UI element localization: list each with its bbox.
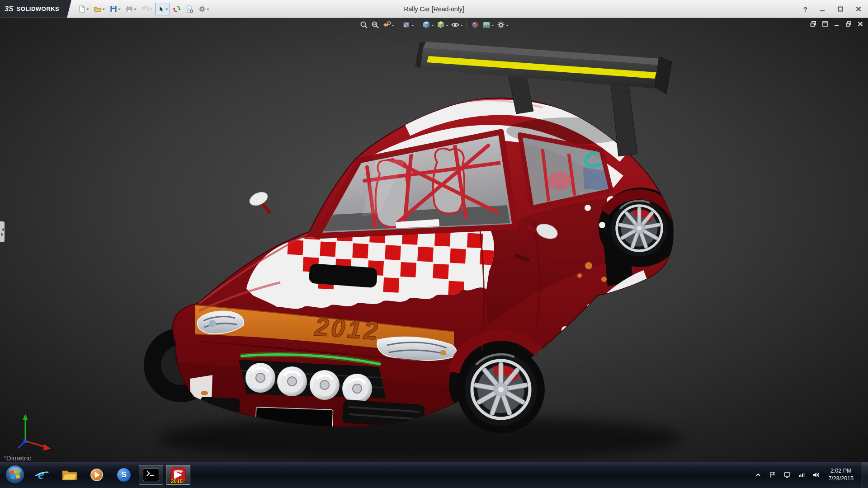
dropdown-caret[interactable] <box>165 9 168 11</box>
rebuild-button[interactable] <box>171 3 183 15</box>
flag-icon <box>769 471 776 479</box>
viewport-window-controls <box>810 21 863 27</box>
options-gear-icon <box>198 5 206 13</box>
apply-scene-button[interactable] <box>481 20 495 30</box>
3d-scene[interactable]: 2012 <box>0 18 868 462</box>
edit-appearance-button[interactable] <box>470 20 480 30</box>
close-icon <box>856 6 861 12</box>
skype-button[interactable]: S <box>112 465 136 485</box>
view-orientation-cube-icon <box>422 20 431 29</box>
car-shadow <box>158 415 683 462</box>
volume-button[interactable] <box>811 469 821 481</box>
year-decal[interactable]: 2012 <box>313 312 381 345</box>
display-style-button[interactable] <box>436 20 449 30</box>
maximize-button[interactable] <box>834 4 847 14</box>
solidworks-logo: 3S SOLIDWORKS <box>0 0 71 18</box>
dropdown-caret[interactable] <box>392 25 394 28</box>
minimize-button[interactable] <box>816 4 829 14</box>
windows-explorer-button[interactable] <box>57 465 82 485</box>
viewport-close-button[interactable] <box>857 21 863 27</box>
close-button[interactable] <box>852 4 865 14</box>
z-axis-icon <box>24 439 27 443</box>
folder-icon <box>61 468 78 482</box>
appearance-ball-icon <box>471 20 480 29</box>
internet-explorer-button[interactable]: e <box>30 465 55 485</box>
windows-start-orb-icon <box>4 464 26 485</box>
x-axis-icon <box>43 444 51 450</box>
view-orientation-button[interactable] <box>421 20 434 30</box>
open-button[interactable] <box>92 3 107 15</box>
viewport-float-button[interactable] <box>822 21 828 27</box>
eye-icon <box>451 20 460 29</box>
select-button[interactable] <box>155 3 170 15</box>
front-right-wheel[interactable] <box>457 346 545 433</box>
viewport-maximize-button[interactable] <box>845 21 852 27</box>
dropdown-caret[interactable] <box>446 25 448 28</box>
view-settings-button[interactable] <box>496 20 509 30</box>
new-document-button[interactable] <box>76 3 91 15</box>
solidworks-taskbar-button[interactable]: 2015 <box>166 465 190 485</box>
file-properties-icon <box>185 5 193 13</box>
titlebar: 3S SOLIDWORKS <box>0 0 868 18</box>
network-bars-icon <box>798 471 805 479</box>
dropdown-caret[interactable] <box>460 25 463 28</box>
dropdown-caret[interactable] <box>134 9 137 11</box>
start-button[interactable] <box>4 464 26 486</box>
help-icon[interactable]: ? <box>803 5 807 13</box>
file-properties-button[interactable] <box>184 3 195 15</box>
dropdown-caret[interactable] <box>86 9 89 11</box>
previous-view-button[interactable] <box>382 20 395 30</box>
dassault-logo-icon: 3S <box>5 5 14 13</box>
dropdown-caret[interactable] <box>506 25 509 28</box>
minimize-icon <box>820 6 825 12</box>
y-axis-icon <box>23 414 28 420</box>
print-icon <box>125 5 133 13</box>
brand-text: SOLIDWORKS <box>17 5 60 12</box>
save-button[interactable] <box>108 3 123 15</box>
viewport-restore-button[interactable] <box>810 21 816 27</box>
hide-show-items-button[interactable] <box>450 20 463 30</box>
toolbar-separator <box>467 21 467 28</box>
dropdown-caret[interactable] <box>207 9 209 11</box>
window-controls: ? <box>803 0 865 18</box>
dropdown-caret[interactable] <box>118 9 121 11</box>
dropdown-caret[interactable] <box>491 25 494 28</box>
undo-button[interactable] <box>139 3 154 15</box>
network-button[interactable] <box>797 469 807 481</box>
dropdown-caret[interactable] <box>431 25 434 28</box>
previous-view-icon <box>382 20 391 29</box>
save-icon <box>109 5 118 13</box>
hidden-icons-button[interactable] <box>753 469 763 481</box>
heads-up-toolbar <box>359 20 509 30</box>
zoom-to-fit-button[interactable] <box>359 20 369 30</box>
toolbar-separator <box>418 21 418 28</box>
command-prompt-icon <box>143 469 159 481</box>
clock-date: 7/28/2015 <box>828 475 854 483</box>
zoom-to-fit-icon <box>359 20 368 29</box>
taskbar: e S <box>0 462 868 488</box>
rebuild-icon <box>173 5 181 13</box>
graphics-area[interactable]: 2012 <box>0 18 868 462</box>
action-center-button[interactable] <box>768 469 778 481</box>
dropdown-caret[interactable] <box>411 25 414 28</box>
show-desktop-button[interactable] <box>862 462 868 488</box>
expand-right-icon <box>1 233 5 236</box>
internet-explorer-icon: e <box>33 467 52 483</box>
dropdown-caret[interactable] <box>102 9 105 11</box>
viewport-minimize-button[interactable] <box>834 21 840 27</box>
dropdown-caret[interactable] <box>150 9 152 11</box>
panel-splitter[interactable] <box>0 221 5 242</box>
monitor-icon <box>783 471 791 479</box>
print-button[interactable] <box>123 3 138 15</box>
viewport-restore-icon <box>810 21 816 27</box>
display-settings-button[interactable] <box>782 469 792 481</box>
toolbar-separator <box>398 21 398 28</box>
media-player-button[interactable] <box>85 465 109 485</box>
display-style-icon <box>436 20 445 29</box>
taskbar-clock[interactable]: 2:02 PM 7/28/2015 <box>828 467 854 483</box>
section-view-button[interactable] <box>401 20 415 30</box>
system-tray: 2:02 PM 7/28/2015 <box>753 462 868 488</box>
command-prompt-button[interactable] <box>139 465 163 485</box>
zoom-to-area-button[interactable] <box>370 20 380 30</box>
options-button[interactable] <box>196 3 211 15</box>
